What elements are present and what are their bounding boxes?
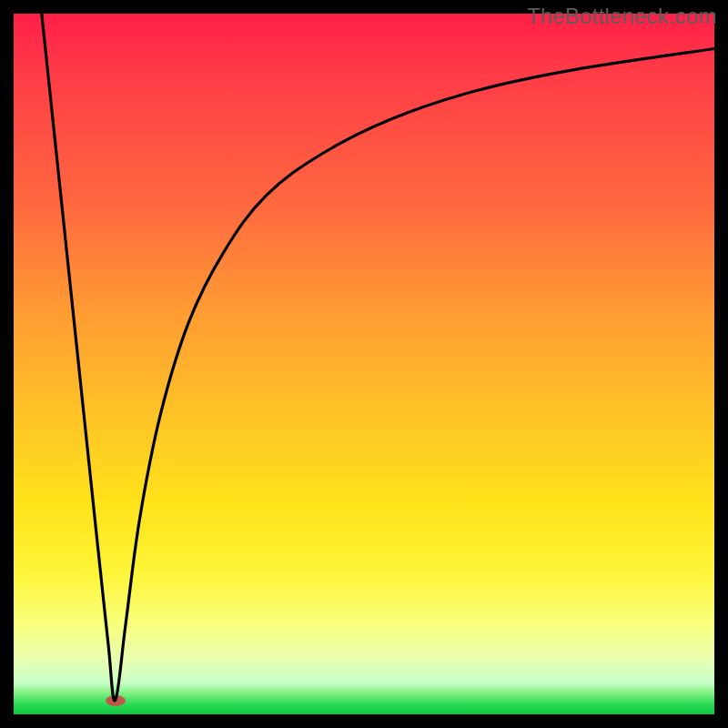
watermark-text: TheBottleneck.com <box>527 4 717 29</box>
curve-path <box>42 14 714 701</box>
bottleneck-curves <box>14 14 714 714</box>
